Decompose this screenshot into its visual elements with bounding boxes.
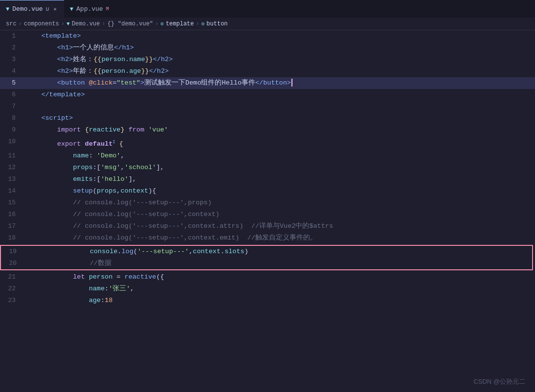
vue-icon-demo: ▼ xyxy=(6,6,9,13)
code-line-16: 16 // console.log('---setup---',context) xyxy=(0,209,535,220)
line-content-23: age:18 xyxy=(23,295,535,306)
line-content-20: //数据 xyxy=(24,258,532,269)
line-content-11: name: 'Demo', xyxy=(23,150,535,162)
line-num-6: 6 xyxy=(0,89,23,101)
line-num-7: 7 xyxy=(0,101,23,112)
tab-app-dirty: M xyxy=(106,6,109,12)
bc-sep1: › xyxy=(19,21,22,27)
code-line-11: 11 name: 'Demo', xyxy=(0,150,535,162)
line-num-18: 18 xyxy=(0,232,23,244)
line-content-4: <h2>年龄：{{person.age}}</h2> xyxy=(23,65,535,77)
line-num-12: 12 xyxy=(0,162,23,174)
line-content-13: emits:['hello'], xyxy=(23,174,535,185)
bc-sep3: › xyxy=(102,21,105,27)
line-content-3: <h2>姓名：{{person.name}}</h2> xyxy=(23,54,535,65)
line-num-16: 16 xyxy=(0,209,23,220)
line-content-17: // console.log('---setup---',context.att… xyxy=(23,220,535,232)
line-content-12: props:['msg','school'], xyxy=(23,162,535,174)
tab-demo-vue[interactable]: ▼ Demo.vue U ✕ xyxy=(0,0,64,18)
line-content-16: // console.log('---setup---',context) xyxy=(23,209,535,220)
line-content-9: import {reactive} from 'vue' xyxy=(23,124,535,136)
line-content-1: <template> xyxy=(23,30,535,42)
code-line-13: 13 emits:['hello'], xyxy=(0,174,535,185)
code-line-6: 6 </template> xyxy=(0,89,535,101)
tab-demo-label: Demo.vue xyxy=(12,5,43,13)
line-content-6: </template> xyxy=(23,89,535,101)
line-num-5: 5 xyxy=(0,77,23,89)
line-num-23: 23 xyxy=(0,295,23,306)
code-line-20: 20 //数据 xyxy=(1,258,532,269)
line-content-18: // console.log('---setup---',context.emi… xyxy=(23,232,535,244)
line-content-22: name:'张三', xyxy=(23,283,535,295)
red-box-highlight: 19 console.log('---setup---',context.slo… xyxy=(0,245,533,270)
line-num-1: 1 xyxy=(0,30,23,42)
line-num-22: 22 xyxy=(0,283,23,295)
code-line-4: 4 <h2>年龄：{{person.age}}</h2> xyxy=(0,65,535,77)
code-line-22: 22 name:'张三', xyxy=(0,283,535,295)
code-line-2: 2 <h1>一个人的信息</h1> xyxy=(0,42,535,54)
line-num-8: 8 xyxy=(0,112,23,124)
code-line-19: 19 console.log('---setup---',context.slo… xyxy=(1,246,532,258)
code-line-14: 14 setup(props,context){ xyxy=(0,185,535,197)
line-num-15: 15 xyxy=(0,197,23,209)
code-line-17: 17 // console.log('---setup---',context.… xyxy=(0,220,535,232)
watermark: CSDN @公孙元二 xyxy=(473,377,525,386)
line-content-14: setup(props,context){ xyxy=(23,185,535,197)
tab-demo-dirty: U xyxy=(46,6,49,12)
line-content-5: <button @click="test">测试触发一下Demo组件的Hello… xyxy=(23,77,535,89)
tab-demo-close[interactable]: ✕ xyxy=(52,5,58,13)
bc-template-icon: ⊙ xyxy=(160,21,164,27)
line-content-21: let person = reactive({ xyxy=(23,271,535,283)
tab-bar: ▼ Demo.vue U ✕ ▼ App.vue M xyxy=(0,0,535,18)
bc-demovue-icon: ▼ xyxy=(67,21,70,27)
tab-app-vue[interactable]: ▼ App.vue M xyxy=(64,0,115,18)
line-content-10: export defaultI { xyxy=(23,136,535,150)
code-line-7: 7 xyxy=(0,101,535,112)
vue-icon-app: ▼ xyxy=(70,6,73,13)
line-num-21: 21 xyxy=(0,271,23,283)
code-line-9: 9 import {reactive} from 'vue' xyxy=(0,124,535,136)
code-line-1: 1 <template> xyxy=(0,30,535,42)
bc-src: src xyxy=(6,21,17,27)
bc-components: components xyxy=(24,21,59,27)
line-num-14: 14 xyxy=(0,185,23,197)
code-line-15: 15 // console.log('---setup---',props) xyxy=(0,197,535,209)
bc-button-icon: ⊙ xyxy=(201,21,205,27)
breadcrumb: src › components › ▼ Demo.vue › {} "demo… xyxy=(0,18,535,30)
line-num-13: 13 xyxy=(0,174,23,185)
code-line-21: 21 let person = reactive({ xyxy=(0,271,535,283)
line-content-2: <h1>一个人的信息</h1> xyxy=(23,42,535,54)
code-line-10: 10 export defaultI { xyxy=(0,136,535,150)
line-num-3: 3 xyxy=(0,54,23,65)
line-num-11: 11 xyxy=(0,150,23,162)
code-line-5: 5 <button @click="test">测试触发一下Demo组件的Hel… xyxy=(0,77,535,89)
line-content-15: // console.log('---setup---',props) xyxy=(23,197,535,209)
code-line-8: 8 <script> xyxy=(0,112,535,124)
code-line-18: 18 // console.log('---setup---',context.… xyxy=(0,232,535,244)
code-line-12: 12 props:['msg','school'], xyxy=(0,162,535,174)
bc-sep2: › xyxy=(61,21,65,27)
line-num-20: 20 xyxy=(1,258,24,269)
line-num-19: 19 xyxy=(1,246,24,258)
bc-sep5: › xyxy=(196,21,200,27)
code-line-3: 3 <h2>姓名：{{person.name}}</h2> xyxy=(0,54,535,65)
bc-demoname: {} "demo.vue" xyxy=(107,21,153,27)
code-editor[interactable]: 1 <template> 2 <h1>一个人的信息</h1> 3 <h2>姓名：… xyxy=(0,30,535,306)
line-num-17: 17 xyxy=(0,220,23,232)
line-num-10: 10 xyxy=(0,136,23,148)
bc-template: template xyxy=(166,21,194,27)
line-num-2: 2 xyxy=(0,42,23,54)
line-num-4: 4 xyxy=(0,65,23,77)
line-content-19: console.log('---setup---',context.slots) xyxy=(24,246,532,258)
line-num-9: 9 xyxy=(0,124,23,136)
tab-app-label: App.vue xyxy=(76,5,103,13)
bc-demovue: Demo.vue xyxy=(72,21,100,27)
bc-sep4: › xyxy=(155,21,158,27)
line-content-8: <script> xyxy=(23,112,535,124)
bc-button: button xyxy=(206,21,227,27)
code-line-23: 23 age:18 xyxy=(0,295,535,306)
